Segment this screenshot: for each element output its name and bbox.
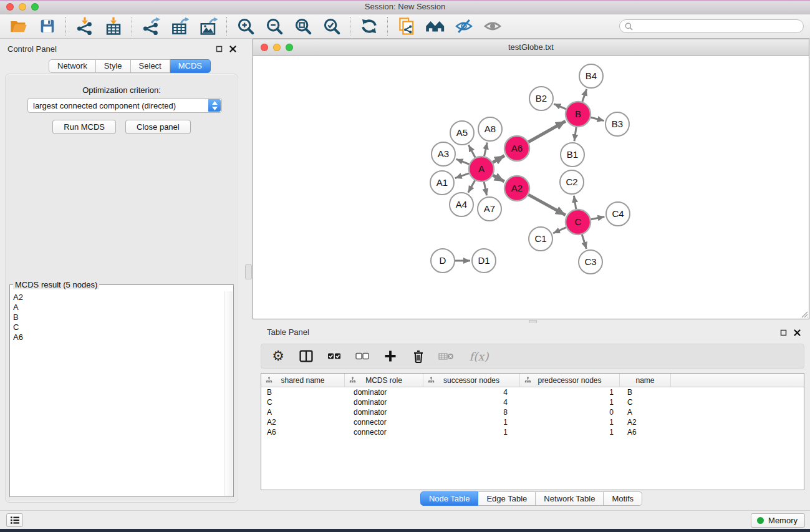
function-builder-button[interactable]: f(x): [465, 347, 493, 365]
search-input[interactable]: [636, 21, 798, 32]
network-canvas[interactable]: B4B2BB3A5A8A6A3B1AC2A1A2A4A7C4CC1C3DD1: [253, 56, 809, 319]
network-window-titlebar[interactable]: testGlobe.txt: [253, 39, 809, 56]
graph-node-A8[interactable]: A8: [478, 117, 502, 141]
criterion-select[interactable]: largest connected component (directed): [27, 98, 222, 113]
table-float-button[interactable]: [779, 328, 788, 337]
window-resize-grip[interactable]: [800, 310, 808, 318]
save-session-button[interactable]: [35, 16, 60, 37]
graph-edge-A6-B[interactable]: [528, 121, 566, 142]
table-tab-node-table[interactable]: Node Table: [420, 491, 479, 506]
graph-edge-B-B4[interactable]: [582, 89, 587, 102]
graph-edge-A-A2[interactable]: [493, 175, 504, 181]
graph-node-B[interactable]: B: [566, 102, 591, 127]
result-scrollbar[interactable]: [224, 291, 233, 496]
network-zoom-button[interactable]: [286, 44, 293, 51]
graph-node-A5[interactable]: A5: [450, 121, 474, 145]
zoom-in-button[interactable]: [233, 16, 258, 37]
show-columns-button[interactable]: [297, 347, 316, 365]
column-header-mcds-role[interactable]: MCDS role: [345, 374, 423, 387]
open-session-button[interactable]: [6, 16, 31, 37]
column-header-successor-nodes[interactable]: successor nodes: [423, 374, 520, 387]
export-table-button[interactable]: [167, 16, 192, 37]
mcds-result-item[interactable]: A6: [13, 332, 223, 342]
column-header-predecessor-nodes[interactable]: predecessor nodes: [520, 374, 620, 387]
unselect-all-columns-button[interactable]: [353, 347, 372, 365]
graph-edge-C-C1[interactable]: [553, 228, 566, 233]
graph-edge-A-A3[interactable]: [456, 159, 470, 164]
export-network-button[interactable]: [138, 16, 163, 37]
table-settings-button[interactable]: ⚙: [269, 347, 287, 365]
control-tab-style[interactable]: Style: [96, 59, 131, 73]
graph-edge-A-A7[interactable]: [484, 182, 486, 196]
vertical-split-handle[interactable]: [245, 264, 252, 279]
close-panel-button[interactable]: [228, 44, 237, 53]
show-all-button[interactable]: [480, 16, 505, 37]
network-close-button[interactable]: [261, 44, 268, 51]
float-panel-button[interactable]: [215, 44, 223, 53]
graph-node-D[interactable]: D: [431, 249, 455, 273]
minimize-window-button[interactable]: [19, 3, 26, 11]
graph-node-B4[interactable]: B4: [579, 64, 603, 88]
graph-edge-A-A1[interactable]: [455, 173, 469, 178]
graph-edge-A2-C[interactable]: [528, 195, 566, 215]
close-panel-action-button[interactable]: Close panel: [125, 120, 191, 134]
mcds-result-item[interactable]: A: [13, 302, 223, 312]
hide-selected-button[interactable]: [451, 16, 476, 37]
zoom-selected-button[interactable]: [319, 16, 344, 37]
new-network-from-selection-button[interactable]: [394, 16, 419, 37]
graph-node-A6[interactable]: A6: [504, 136, 529, 161]
column-header-name[interactable]: name: [620, 374, 671, 387]
graph-edge-B-B1[interactable]: [574, 127, 576, 141]
mcds-result-item[interactable]: B: [13, 312, 223, 322]
table-row[interactable]: A2connector11A2: [261, 417, 804, 427]
mcds-result-item[interactable]: C: [13, 322, 223, 332]
close-window-button[interactable]: [6, 3, 14, 11]
table-close-button[interactable]: [793, 328, 801, 337]
zoom-fit-button[interactable]: [291, 16, 316, 37]
graph-node-A1[interactable]: A1: [430, 171, 454, 195]
run-mcds-button[interactable]: Run MCDS: [52, 120, 116, 134]
graph-node-C4[interactable]: C4: [606, 202, 630, 226]
table-row[interactable]: Bdominator41B: [261, 387, 804, 397]
table-tab-motifs[interactable]: Motifs: [604, 491, 642, 506]
graph-node-B1[interactable]: B1: [561, 143, 584, 167]
table-row[interactable]: Cdominator41C: [261, 397, 804, 407]
table-tab-network-table[interactable]: Network Table: [536, 491, 604, 506]
graph-node-B2[interactable]: B2: [529, 87, 553, 110]
graph-edge-B-B2[interactable]: [554, 104, 566, 109]
graph-node-A7[interactable]: A7: [478, 197, 501, 221]
table-row[interactable]: A6connector11A6: [261, 427, 804, 437]
graph-node-C3[interactable]: C3: [579, 250, 602, 274]
create-column-button[interactable]: [381, 347, 400, 365]
import-network-button[interactable]: [72, 16, 97, 37]
graph-edge-A-A5[interactable]: [468, 145, 475, 157]
column-header-shared-name[interactable]: shared name: [261, 374, 345, 387]
first-neighbors-button[interactable]: [423, 16, 448, 37]
graph-node-A3[interactable]: A3: [432, 142, 455, 166]
graph-edge-A-A4[interactable]: [468, 180, 475, 193]
graph-node-A4[interactable]: A4: [450, 193, 473, 216]
graph-node-C2[interactable]: C2: [560, 170, 584, 194]
graph-node-A2[interactable]: A2: [504, 176, 529, 201]
delete-table-button[interactable]: [437, 347, 456, 365]
graph-edge-A-A6[interactable]: [493, 156, 504, 163]
control-tab-mcds[interactable]: MCDS: [170, 59, 211, 73]
graph-node-A[interactable]: A: [469, 157, 494, 181]
import-table-button[interactable]: [101, 16, 126, 37]
graph-edge-B-B3[interactable]: [591, 117, 604, 120]
zoom-out-button[interactable]: [262, 16, 287, 37]
delete-column-button[interactable]: [409, 347, 428, 365]
graph-edge-C-C3[interactable]: [582, 235, 586, 249]
graph-edge-C-C2[interactable]: [574, 196, 576, 210]
export-image-button[interactable]: [196, 16, 221, 37]
graph-node-D1[interactable]: D1: [472, 249, 496, 273]
graph-node-B3[interactable]: B3: [605, 112, 629, 136]
refresh-layout-button[interactable]: [357, 16, 382, 37]
table-tab-edge-table[interactable]: Edge Table: [478, 491, 536, 506]
graph-edge-A-A8[interactable]: [485, 143, 488, 157]
control-tab-select[interactable]: Select: [131, 59, 170, 73]
graph-edge-C-C4[interactable]: [591, 216, 605, 219]
mcds-result-item[interactable]: A2: [13, 293, 223, 302]
graph-node-C1[interactable]: C1: [529, 227, 552, 251]
zoom-window-button[interactable]: [31, 3, 39, 11]
